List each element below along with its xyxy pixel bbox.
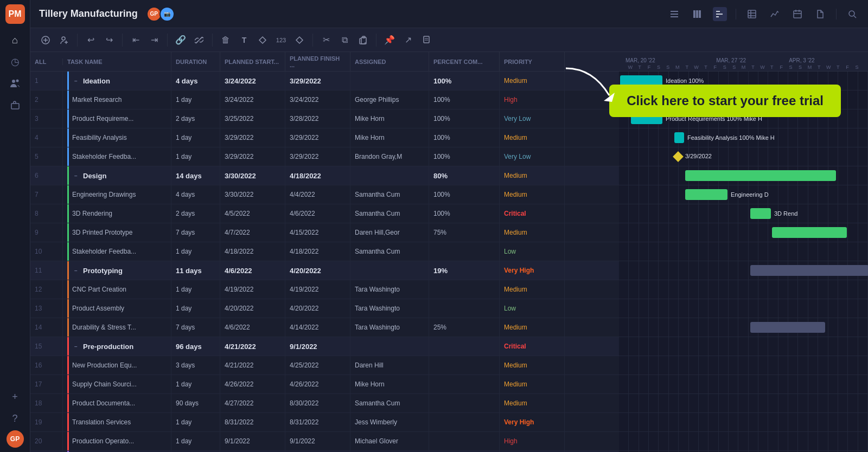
sidebar-item-briefcase[interactable] — [5, 95, 25, 115]
collapse-icon[interactable]: − — [72, 77, 80, 85]
indent-left-button[interactable]: ⇤ — [127, 31, 144, 49]
table-row[interactable]: 4Feasibility Analysis1 day3/29/20223/29/… — [30, 128, 619, 147]
add-task-button[interactable] — [37, 31, 54, 49]
col-header-all[interactable]: ALL — [30, 59, 63, 65]
avatar-user2[interactable]: 📷 — [159, 7, 175, 22]
sidebar-item-clock[interactable]: ◷ — [5, 52, 25, 72]
unlink-button[interactable] — [190, 31, 208, 49]
col-header-pfinish[interactable]: PLANNED FINISH ... — [285, 52, 350, 71]
row-number: 11 — [30, 261, 63, 280]
list-view-icon[interactable] — [667, 7, 681, 21]
pin-button[interactable]: 📌 — [381, 31, 398, 49]
table-row[interactable]: 16New Production Equ...3 days4/21/20224/… — [30, 356, 619, 375]
table-row[interactable]: 1−Ideation4 days3/24/20223/29/2022100%Me… — [30, 72, 619, 91]
gantt-bar[interactable]: Engineering D — [685, 189, 727, 200]
undo-button[interactable]: ↩ — [82, 31, 99, 49]
paste-button[interactable] — [354, 31, 372, 49]
table-row[interactable]: 13Product Assembly1 day4/20/20224/20/202… — [30, 299, 619, 318]
col-header-assigned[interactable]: ASSIGNED — [350, 52, 429, 71]
table-row[interactable]: 6−Design14 days3/30/20224/18/202280%Medi… — [30, 166, 619, 185]
table-row[interactable]: 7Engineering Drawings4 days3/30/20224/4/… — [30, 185, 619, 204]
redo-button[interactable]: ↪ — [100, 31, 118, 49]
text-button[interactable]: T — [235, 31, 253, 49]
table-row[interactable]: 12CNC Part Creation1 day4/19/20224/19/20… — [30, 280, 619, 299]
row-pfinish: 4/18/2022 — [285, 242, 350, 261]
gantt-bar[interactable] — [750, 265, 868, 276]
col-header-percent[interactable]: PERCENT COM... — [429, 52, 500, 71]
columns-view-icon[interactable] — [690, 7, 704, 21]
table-row[interactable]: 18Product Documenta...90 days4/27/20228/… — [30, 394, 619, 413]
table-row[interactable]: 5Stakeholder Feedba...1 day3/29/20223/29… — [30, 147, 619, 166]
row-duration: 1 day — [171, 242, 220, 261]
cta-arrow-svg — [560, 63, 626, 106]
more-button[interactable] — [418, 31, 435, 49]
svg-rect-3 — [671, 11, 678, 12]
row-percent: 100% — [429, 204, 500, 223]
table-row[interactable]: 2Market Research1 day3/24/20223/24/2022G… — [30, 91, 619, 109]
table-row[interactable]: 17Supply Chain Sourci...1 day4/26/20224/… — [30, 375, 619, 394]
row-duration: 1 day — [171, 432, 220, 450]
row-pfinish: 4/26/2022 — [285, 375, 350, 393]
gantt-bar[interactable]: Feasibility Analysis 100% Mike H — [674, 132, 684, 143]
row-percent — [429, 356, 500, 374]
row-duration: 1 day — [171, 147, 220, 166]
cta-button[interactable]: Click here to start your free trial — [609, 85, 841, 117]
table-row[interactable]: 83D Rendering2 days4/5/20224/6/2022Saman… — [30, 204, 619, 223]
gantt-bar[interactable] — [685, 170, 836, 181]
sidebar-item-people[interactable] — [5, 74, 25, 93]
col-header-taskname[interactable]: TASK NAME — [63, 52, 171, 71]
row-taskname: 3D Printed Prototype — [63, 223, 171, 242]
copy-button[interactable]: ⧉ — [336, 31, 353, 49]
gantt-row — [619, 432, 868, 451]
app-logo[interactable]: PM — [5, 4, 25, 24]
link-button[interactable]: 🔗 — [172, 31, 189, 49]
row-number: 3 — [30, 109, 63, 128]
row-pstart: 4/21/2022 — [220, 356, 285, 374]
table-row[interactable]: 14Durability & Stress T...7 days4/6/2022… — [30, 318, 619, 337]
arrow-button[interactable]: ↗ — [399, 31, 417, 49]
sidebar-item-add[interactable]: + — [5, 387, 25, 406]
row-pfinish: 4/18/2022 — [285, 166, 350, 185]
table-row[interactable]: 19Translation Services1 day8/31/20228/31… — [30, 413, 619, 432]
row-percent: 100% — [429, 72, 500, 90]
collapse-icon[interactable]: − — [72, 172, 80, 179]
row-number: 13 — [30, 299, 63, 318]
collapse-icon[interactable]: − — [72, 343, 80, 350]
gantt-view-icon[interactable] — [713, 7, 727, 21]
table-row[interactable]: 3Product Requireme...2 days3/25/20223/28… — [30, 109, 619, 128]
indent-right-button[interactable]: ⇥ — [145, 31, 163, 49]
gantt-bar[interactable] — [772, 227, 847, 238]
col-header-pstart[interactable]: PLANNED START... — [220, 52, 285, 71]
table-row[interactable]: 11−Prototyping11 days4/6/20224/20/202219… — [30, 261, 619, 280]
row-pfinish: 3/29/2022 — [285, 147, 350, 166]
add-user-button[interactable] — [55, 31, 73, 49]
gantt-bar[interactable]: 3D Rend — [750, 208, 771, 219]
gantt-bar[interactable] — [750, 322, 825, 333]
calendar-view-icon[interactable] — [790, 7, 805, 21]
shape-button[interactable] — [291, 31, 308, 49]
chart-view-icon[interactable] — [768, 7, 782, 21]
table-row[interactable]: 20Production Operato...1 day9/1/20229/1/… — [30, 432, 619, 451]
delete-button[interactable]: 🗑 — [217, 31, 234, 49]
sidebar-item-home[interactable]: ⌂ — [5, 30, 25, 50]
collapse-icon[interactable]: − — [72, 267, 80, 274]
table-row[interactable]: 10Stakeholder Feedba...1 day4/18/20224/1… — [30, 242, 619, 261]
number-button[interactable]: 123 — [272, 31, 290, 49]
col-header-priority[interactable]: PRIORITY — [500, 52, 565, 71]
row-number: 5 — [30, 147, 63, 166]
cut-button[interactable]: ✂ — [317, 31, 335, 49]
sidebar-item-help[interactable]: ? — [5, 409, 25, 428]
table-row[interactable]: 93D Printed Prototype7 days4/7/20224/15/… — [30, 223, 619, 242]
row-pstart: 3/24/2022 — [220, 91, 285, 109]
row-priority: Very High — [500, 261, 565, 280]
file-view-icon[interactable] — [813, 7, 827, 21]
app-header: Tillery Manufacturing GP 📷 — [30, 0, 868, 28]
user-avatar-sidebar[interactable]: GP — [7, 430, 24, 448]
col-header-duration[interactable]: DURATION — [171, 52, 220, 71]
table-view-icon[interactable] — [745, 7, 759, 21]
row-pfinish: 4/15/2022 — [285, 223, 350, 242]
search-icon[interactable] — [845, 7, 859, 21]
table-row[interactable]: 15−Pre-production96 days4/21/20229/1/202… — [30, 337, 619, 356]
fill-button[interactable] — [254, 31, 271, 49]
task-table: ALL TASK NAME DURATION PLANNED START... … — [30, 52, 619, 452]
